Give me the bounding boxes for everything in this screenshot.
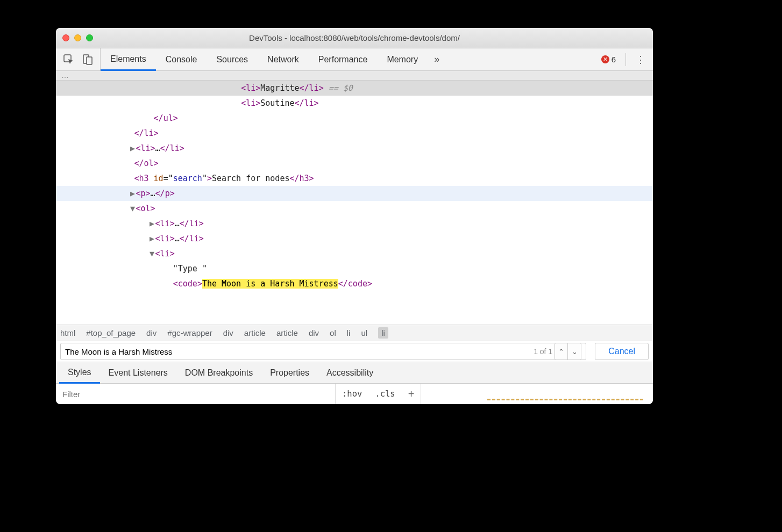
search-count: 1 of 1 <box>534 347 552 356</box>
kebab-menu-icon[interactable]: ⋮ <box>632 54 649 66</box>
dom-node-line[interactable]: <h3 id="search">Search for nodes</h3> <box>56 171 653 186</box>
subtab-event-listeners[interactable]: Event Listeners <box>100 362 176 383</box>
breadcrumb-item[interactable]: #top_of_page <box>86 328 136 337</box>
subtab-properties[interactable]: Properties <box>261 362 318 383</box>
dom-node-line[interactable]: <li>Magritte</li> == $0 <box>56 81 653 96</box>
dom-node-line[interactable]: ▶<p>…</p> <box>56 186 653 201</box>
new-style-rule-icon[interactable]: + <box>402 388 421 400</box>
breadcrumb-item[interactable]: html <box>60 328 75 337</box>
styles-subtabs: Styles Event Listeners DOM Breakpoints P… <box>56 362 653 384</box>
dom-node-line[interactable]: <code>The Moon is a Harsh Mistress</code… <box>56 276 653 291</box>
tab-elements[interactable]: Elements <box>101 49 156 71</box>
subtab-accessibility[interactable]: Accessibility <box>318 362 382 383</box>
dom-node-line[interactable]: </ul> <box>56 111 653 126</box>
search-bar: 1 of 1 ⌃ ⌄ Cancel <box>56 341 653 362</box>
breadcrumb-item[interactable]: li <box>347 328 351 337</box>
cls-toggle[interactable]: .cls <box>368 389 401 399</box>
search-next-button[interactable]: ⌄ <box>568 343 581 360</box>
tabs-overflow-icon[interactable]: » <box>428 54 446 65</box>
cancel-button[interactable]: Cancel <box>595 343 649 360</box>
hov-toggle[interactable]: :hov <box>336 389 368 399</box>
overflow-indicator[interactable]: … <box>56 71 653 81</box>
tab-console[interactable]: Console <box>156 48 207 70</box>
main-tabs: Elements Console Sources Network Perform… <box>101 48 446 70</box>
separator <box>421 384 421 404</box>
chevron-down-icon: ⌄ <box>572 348 578 356</box>
close-icon[interactable] <box>62 34 69 41</box>
dom-node-line[interactable]: ▶<li>…</li> <box>56 231 653 246</box>
subtab-styles[interactable]: Styles <box>59 363 100 384</box>
breadcrumb-item[interactable]: article <box>244 328 266 337</box>
breadcrumb-item[interactable]: #gc-wrapper <box>167 328 212 337</box>
breadcrumb-item[interactable]: ul <box>361 328 367 337</box>
breadcrumb-item[interactable]: article <box>276 328 298 337</box>
dom-node-line[interactable]: "Type " <box>56 261 653 276</box>
breadcrumb-bar: html#top_of_pagediv#gc-wrapperdivarticle… <box>56 325 653 341</box>
styles-filter-input[interactable] <box>56 384 336 404</box>
window-title: DevTools - localhost:8080/web/tools/chro… <box>56 33 653 42</box>
dom-node-line[interactable]: </ol> <box>56 156 653 171</box>
tab-performance[interactable]: Performance <box>309 48 378 70</box>
inspect-icon[interactable] <box>63 54 74 65</box>
styles-toolbar: :hov .cls + <box>56 384 653 404</box>
minimize-icon[interactable] <box>74 34 81 41</box>
tab-sources[interactable]: Sources <box>207 48 258 70</box>
dom-node-line[interactable]: ▶<li>…</li> <box>56 216 653 231</box>
error-badge[interactable]: ✕ 6 <box>598 55 619 64</box>
breadcrumb-item[interactable]: div <box>309 328 319 337</box>
error-count: 6 <box>612 55 616 64</box>
dom-tree[interactable]: <li>Magritte</li> == $0 <li>Soutine</li>… <box>56 81 653 325</box>
devtools-window: DevTools - localhost:8080/web/tools/chro… <box>56 28 653 404</box>
subtab-dom-breakpoints[interactable]: DOM Breakpoints <box>176 362 261 383</box>
tab-network[interactable]: Network <box>258 48 309 70</box>
box-model-preview <box>487 399 643 404</box>
device-toggle-icon[interactable] <box>83 54 93 65</box>
search-input[interactable] <box>65 347 534 356</box>
error-icon: ✕ <box>601 55 609 63</box>
dom-node-line[interactable]: ▼<ol> <box>56 201 653 216</box>
dom-node-line[interactable]: ▶<li>…</li> <box>56 141 653 156</box>
dom-node-line[interactable]: </li> <box>56 126 653 141</box>
svg-rect-2 <box>87 57 92 64</box>
chevron-up-icon: ⌃ <box>558 348 564 356</box>
tab-memory[interactable]: Memory <box>377 48 428 70</box>
dom-node-line[interactable]: <li>Soutine</li> <box>56 96 653 111</box>
search-prev-button[interactable]: ⌃ <box>555 343 568 360</box>
breadcrumb-item[interactable]: ol <box>330 328 336 337</box>
breadcrumb-item[interactable]: li <box>378 327 388 339</box>
main-tabbar: Elements Console Sources Network Perform… <box>56 48 653 71</box>
traffic-lights <box>62 34 93 41</box>
dom-node-line[interactable]: ▼<li> <box>56 246 653 261</box>
zoom-icon[interactable] <box>86 34 93 41</box>
breadcrumb-item[interactable]: div <box>146 328 157 337</box>
breadcrumb-item[interactable]: div <box>223 328 233 337</box>
titlebar: DevTools - localhost:8080/web/tools/chro… <box>56 28 653 48</box>
separator <box>625 53 626 66</box>
